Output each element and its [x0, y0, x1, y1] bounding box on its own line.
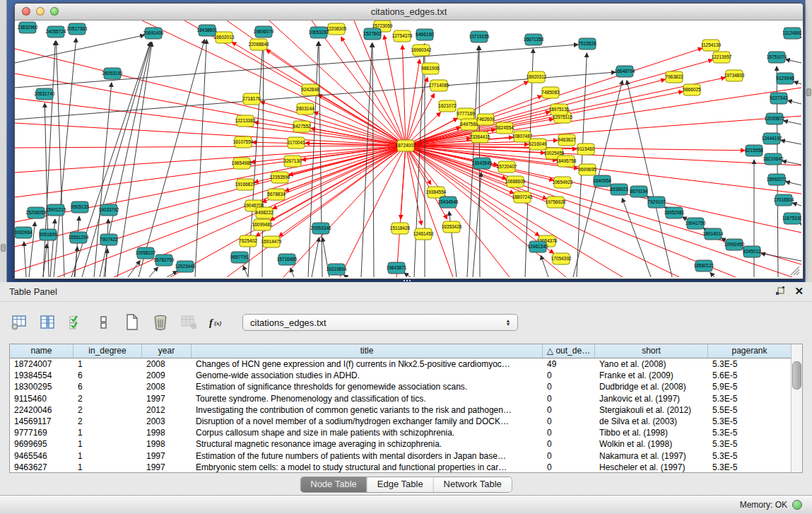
graph-node[interactable]: 12353594	[270, 172, 290, 183]
graph-node[interactable]: 13543545	[472, 158, 493, 169]
graph-node[interactable]: 19806079	[254, 26, 274, 37]
graph-node[interactable]: 19041750	[686, 218, 706, 229]
tab-network-table[interactable]: Network Table	[434, 477, 512, 492]
tab-node-table[interactable]: Node Table	[300, 477, 367, 492]
graph-node[interactable]: 12754378	[392, 30, 413, 42]
graph-node[interactable]: 16782759	[154, 255, 175, 266]
graph-node[interactable]: 12923448	[175, 261, 196, 272]
graph-node[interactable]: 10992450	[724, 239, 745, 250]
graph-node[interactable]: 16960342	[411, 45, 432, 56]
graph-node[interactable]: 18975135	[549, 104, 570, 115]
graph-node[interactable]: 4498222	[255, 207, 273, 218]
graph-node[interactable]: 11675330	[782, 213, 801, 224]
float-panel-icon[interactable]	[775, 286, 786, 296]
column-header-in_degree[interactable]: in_degree	[73, 344, 142, 358]
graph-node[interactable]: 9777169	[457, 108, 475, 119]
graph-node[interactable]: 9657791	[230, 252, 249, 263]
graph-node[interactable]: 15434548	[438, 197, 459, 208]
row-selection-icon[interactable]	[66, 313, 85, 332]
graph-node[interactable]: 16099481	[252, 219, 273, 230]
table-row[interactable]: 911546021997Tourette syndrome. Phenomeno…	[10, 393, 802, 404]
table-row[interactable]: 2242004622012Investigating the contribut…	[10, 404, 802, 416]
graph-node[interactable]: 19654985	[232, 158, 252, 169]
graph-node[interactable]: 12213383	[235, 115, 256, 127]
graph-node[interactable]: 16319894	[326, 264, 347, 275]
table-row[interactable]: 1456911722003Disruption of a novel membe…	[10, 416, 802, 427]
graph-node[interactable]: 16671358	[524, 34, 544, 45]
graph-node[interactable]: 19166827	[235, 179, 256, 190]
left-panel-grip-icon[interactable]	[1, 244, 6, 252]
graph-node[interactable]: 15720407	[497, 161, 517, 173]
close-button[interactable]	[22, 7, 30, 16]
graph-node[interactable]: 5678834	[267, 189, 286, 200]
column-header-short[interactable]: short	[595, 344, 708, 358]
graph-node[interactable]: 18438601	[197, 25, 218, 36]
graph-node[interactable]: 16107554	[233, 136, 254, 148]
graph-node[interactable]: 18807243	[512, 192, 533, 203]
graph-node[interactable]: 1527602	[363, 28, 382, 40]
column-header-pagerank[interactable]: pagerank	[708, 344, 792, 358]
zoom-button[interactable]	[50, 7, 59, 16]
graph-node[interactable]: 9242848	[301, 84, 319, 95]
import-table-icon[interactable]	[179, 313, 198, 332]
graph-node[interactable]: 23832960	[18, 22, 38, 33]
graph-node[interactable]: 16914479	[261, 236, 282, 247]
column-header-out_de[interactable]: △ out_de…	[543, 344, 595, 358]
function-builder-icon[interactable]: f (x)	[207, 313, 226, 332]
graph-node[interactable]: 2803144	[296, 103, 314, 115]
graph-node[interactable]: 17054392	[551, 253, 572, 264]
graph-node[interactable]: 3267130	[283, 156, 302, 167]
graph-node[interactable]: 6466160	[416, 29, 434, 40]
close-panel-icon[interactable]: ✕	[794, 286, 804, 296]
vertical-scrollbar[interactable]	[791, 344, 802, 472]
graph-node[interactable]: 7963822	[665, 71, 683, 83]
graph-node[interactable]: 10958107	[136, 247, 156, 259]
graph-node[interactable]: 19654923	[553, 177, 573, 188]
graph-node[interactable]: 8679194	[630, 186, 648, 197]
memory-ok-indicator-icon[interactable]	[792, 500, 802, 510]
graph-node[interactable]: 24055724	[46, 26, 66, 37]
graph-node[interactable]: 10653287	[309, 27, 329, 38]
column-header-year[interactable]: year	[142, 344, 192, 358]
tab-edge-table[interactable]: Edge Table	[367, 477, 434, 492]
graph-node[interactable]: 19756928	[546, 197, 566, 208]
table-row[interactable]: 969969511998Structural magnetic resonanc…	[10, 438, 802, 450]
canvas-resize-grip[interactable]	[791, 267, 799, 275]
column-header-title[interactable]: title	[192, 344, 543, 358]
graph-node[interactable]: 9861906	[421, 63, 440, 74]
graph-node[interactable]: 7515526	[578, 38, 596, 49]
graph-node[interactable]: 8938923	[610, 184, 628, 195]
graph-node[interactable]: 9245012	[743, 246, 761, 257]
row-height-icon[interactable]	[94, 313, 113, 332]
graph-node[interactable]: 7907422	[100, 234, 118, 245]
graph-node[interactable]: 18920312	[526, 71, 547, 83]
graph-node[interactable]: 12208305	[326, 23, 347, 35]
graph-node[interactable]: 20953346	[311, 223, 331, 234]
graph-node[interactable]: 26053190	[102, 68, 123, 79]
graph-node[interactable]: 22068848	[249, 39, 269, 50]
graph-node[interactable]: 11124892	[782, 28, 801, 39]
graph-node[interactable]: 16210643	[763, 153, 784, 165]
graph-node[interactable]: 25206059	[26, 207, 47, 218]
graph-node[interactable]: 18914014	[703, 228, 724, 240]
graph-node[interactable]: 20517363	[67, 23, 88, 35]
graph-node[interactable]: 16602013	[214, 32, 235, 43]
right-panel-grip-icon[interactable]	[806, 88, 811, 96]
graph-node[interactable]: 12213957	[712, 52, 732, 63]
graph-node[interactable]: 7625402	[239, 235, 257, 247]
graph-node[interactable]: 16952981	[664, 207, 685, 218]
graph-node[interactable]: 16561294	[69, 232, 89, 243]
graph-node[interactable]: 15992071	[767, 174, 787, 185]
graph-node[interactable]: 7485083	[541, 87, 560, 98]
table-row[interactable]: 1830029562008Estimation of significance …	[10, 381, 802, 392]
delete-table-icon[interactable]	[151, 313, 170, 332]
graph-node[interactable]: 9699695	[578, 164, 596, 175]
graph-node[interactable]: 20531740	[35, 88, 55, 100]
graph-node[interactable]: 23364415	[470, 132, 490, 143]
left-panel-edge[interactable]	[0, 0, 7, 282]
graph-node[interactable]: 9129946	[776, 73, 794, 84]
network-canvas[interactable]: 2718176122133831610755419654985191668271…	[15, 21, 801, 277]
graph-node[interactable]: 18560121	[694, 260, 714, 271]
scrollbar-thumb[interactable]	[792, 361, 801, 390]
graph-node[interactable]: 15751074	[767, 52, 787, 63]
